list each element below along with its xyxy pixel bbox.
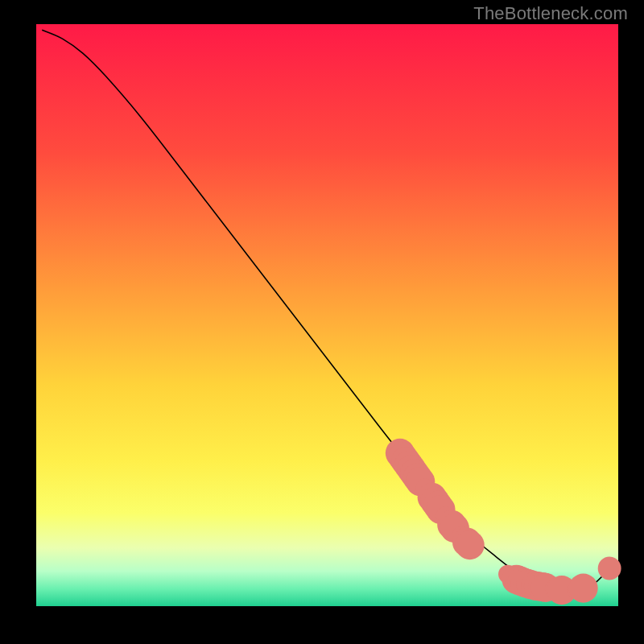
marker-point bbox=[598, 557, 621, 580]
watermark-text: TheBottleneck.com bbox=[473, 3, 628, 24]
chart-root: TheBottleneck.com bbox=[0, 0, 644, 644]
marker-point bbox=[569, 574, 598, 603]
plot-background bbox=[36, 24, 618, 606]
marker-point bbox=[456, 530, 485, 559]
chart-svg bbox=[0, 0, 644, 644]
